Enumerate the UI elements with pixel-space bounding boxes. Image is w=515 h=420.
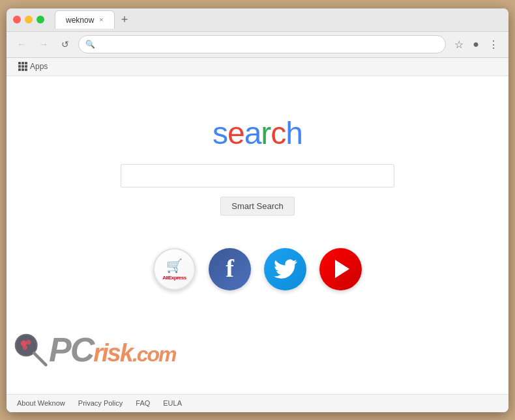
grid-dot: [22, 68, 24, 71]
logo-letter-a: a: [244, 116, 261, 150]
menu-button[interactable]: ⋮: [485, 36, 502, 53]
grid-dot: [18, 65, 21, 68]
footer-faq-link[interactable]: FAQ: [136, 399, 150, 407]
address-input[interactable]: [99, 40, 439, 49]
nav-bar: ← → ↺ 🔍 ☆ ● ⋮: [7, 32, 508, 58]
grid-dot: [25, 62, 27, 64]
close-button[interactable]: [13, 16, 21, 23]
reload-button[interactable]: ↺: [57, 36, 73, 52]
logo-letter-r: r: [261, 116, 271, 150]
apps-bookmark[interactable]: Apps: [14, 61, 52, 72]
maximize-button[interactable]: [37, 16, 44, 23]
pcrisk-pc: PC: [49, 331, 93, 369]
footer-eula-link[interactable]: EULA: [163, 399, 182, 407]
grid-dot: [25, 68, 27, 71]
browser-tab[interactable]: weknow ×: [55, 10, 115, 29]
facebook-icon[interactable]: f: [209, 248, 251, 290]
pcrisk-watermark: PCrisk.com: [13, 332, 176, 368]
bookmarks-bar: Apps: [7, 58, 508, 76]
search-input[interactable]: [121, 164, 394, 188]
apps-grid-icon: [18, 62, 27, 71]
smart-search-button[interactable]: Smart Search: [220, 197, 294, 216]
footer-about-link[interactable]: About Weknow: [17, 399, 65, 407]
grid-dot: [18, 62, 21, 64]
tab-title: weknow: [66, 16, 94, 25]
pcrisk-magnifier-icon: [13, 332, 49, 368]
window-controls: [13, 16, 44, 23]
tab-close-icon[interactable]: ×: [99, 16, 103, 23]
youtube-play-icon: [335, 260, 349, 278]
pcrisk-text: PCrisk.com: [49, 333, 176, 367]
browser-window: weknow × + ← → ↺ 🔍 ☆ ● ⋮: [7, 8, 508, 412]
logo-letter-s: s: [213, 116, 228, 150]
logo-letter-c: c: [271, 116, 286, 150]
logo-letter-h: h: [286, 116, 302, 150]
grid-dot: [18, 68, 21, 71]
facebook-f-letter: f: [226, 254, 234, 283]
svg-line-4: [34, 353, 46, 365]
back-button[interactable]: ←: [13, 36, 30, 52]
new-tab-button[interactable]: +: [117, 13, 132, 27]
nav-right-controls: ☆ ● ⋮: [451, 36, 502, 53]
aliexpress-cart-icon: 🛒: [166, 258, 183, 273]
social-icons: 🛒 AliExpress f: [153, 248, 362, 290]
minimize-button[interactable]: [25, 16, 33, 23]
aliexpress-icon[interactable]: 🛒 AliExpress: [153, 248, 196, 290]
twitter-bird-icon: [274, 257, 297, 281]
search-logo: search: [213, 115, 302, 151]
logo-letter-e: e: [228, 116, 244, 150]
footer-privacy-link[interactable]: Privacy Policy: [78, 399, 123, 407]
tab-bar: weknow × +: [55, 10, 502, 29]
twitter-icon[interactable]: [264, 248, 306, 290]
title-bar: weknow × +: [7, 8, 508, 32]
grid-dot: [25, 65, 27, 68]
youtube-icon[interactable]: [319, 248, 362, 290]
apps-label: Apps: [30, 62, 48, 71]
address-bar: 🔍: [78, 35, 446, 53]
grid-dot: [22, 62, 24, 64]
page-content: search Smart Search 🛒 AliExpress f: [7, 76, 508, 394]
bookmark-button[interactable]: ☆: [451, 36, 467, 53]
profile-button[interactable]: ●: [469, 36, 482, 53]
svg-point-3: [23, 345, 27, 350]
pcrisk-dotcom: .com: [132, 343, 176, 366]
footer: About Weknow Privacy Policy FAQ EULA: [7, 394, 508, 412]
pcrisk-risk: risk: [93, 339, 132, 367]
aliexpress-text: AliExpress: [162, 275, 186, 281]
grid-dot: [22, 65, 24, 68]
forward-button[interactable]: →: [35, 36, 52, 52]
svg-point-2: [26, 339, 31, 344]
address-search-icon: 🔍: [85, 40, 95, 49]
